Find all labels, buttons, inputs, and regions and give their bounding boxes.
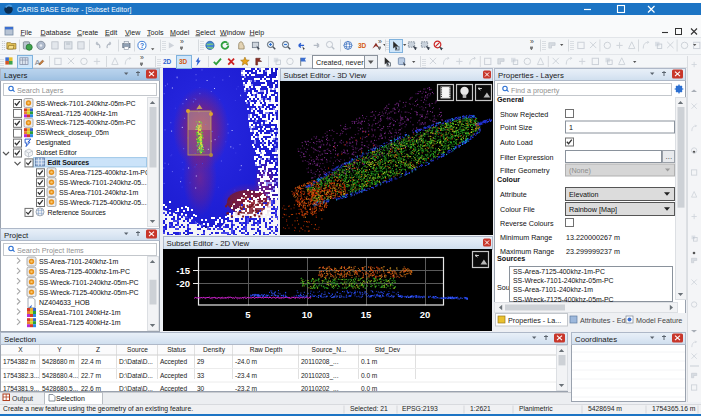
svg-text:Create a new feature using the: Create a new feature using the geometry … [3,405,193,413]
svg-text:X: X [18,346,23,353]
svg-text:Elevation: Elevation [569,190,599,199]
svg-text:SS-Wreck-7101-240khz-05m-PC: SS-Wreck-7101-240khz-05m-PC [36,100,136,107]
svg-text:D:\Data\D...: D:\Data\D... [119,372,153,379]
svg-text:-24.0 m: -24.0 m [235,358,258,365]
svg-text:SS-Wreck-7101-240khz-05m-PC: SS-Wreck-7101-240khz-05m-PC [513,277,614,284]
svg-text:SS-Wreck-7125-400khz-05m-PC: SS-Wreck-7125-400khz-05m-PC [39,289,139,296]
svg-text:20110203_...: 20110203_... [301,372,339,380]
svg-text:0.0 m: 0.0 m [361,385,378,392]
svg-text:20: 20 [420,309,431,320]
svg-text:SSArea1-7101 240kHz-1m: SSArea1-7101 240kHz-1m [39,309,121,316]
svg-text:Colour: Colour [497,175,520,184]
svg-text:30: 30 [197,385,205,392]
svg-text:Attributes - Edi...: Attributes - Edi... [580,316,633,325]
svg-text:Selection: Selection [4,335,36,344]
svg-text:Auto Load: Auto Load [500,138,533,147]
svg-text:SS-Area-7125-400khz-1m-PC: SS-Area-7125-400khz-1m-PC [513,268,605,275]
svg-text:Filter Expression: Filter Expression [500,153,554,162]
svg-text:23.299999237 m: 23.299999237 m [566,247,620,256]
svg-text:A: A [34,58,40,67]
svg-text:15: 15 [361,309,372,320]
svg-text:5428680 m: 5428680 m [42,358,75,365]
svg-text:33: 33 [197,372,205,379]
svg-text:-23.2 m: -23.2 m [235,385,258,392]
svg-text:SSWreck_closeup_05m: SSWreck_closeup_05m [36,129,109,137]
svg-text:Minimum Range: Minimum Range [500,233,552,242]
svg-text:0.1 m: 0.1 m [361,358,378,365]
svg-text:Created, never: Created, never [316,58,364,67]
svg-text:-23.4 m: -23.4 m [235,372,258,379]
svg-text:SS-Area-7101-240khz-1m: SS-Area-7101-240khz-1m [39,258,118,265]
svg-text:Status: Status [167,346,186,353]
svg-text:Show Rejected: Show Rejected [500,110,548,119]
svg-text:1754381.9...: 1754381.9... [3,385,39,392]
svg-text:1:2621: 1:2621 [470,405,491,412]
svg-text:29: 29 [197,358,205,365]
svg-text:SS-Wreck-7101-240khz-05...: SS-Wreck-7101-240khz-05... [59,179,147,186]
svg-text:Designated: Designated [36,139,71,147]
svg-text:22.6 m: 22.6 m [81,385,101,392]
svg-text:»: » [530,38,534,45]
svg-text:-15: -15 [176,265,190,276]
svg-text:General: General [497,95,524,104]
svg-text:-20: -20 [176,278,190,289]
svg-text:Sources: Sources [497,254,525,263]
svg-text:0.0 m: 0.0 m [361,372,378,379]
svg-text:D:\Data\D...: D:\Data\D... [119,385,153,392]
svg-text:File: File [21,29,32,37]
svg-text:?: ? [140,42,144,49]
svg-text:Attribute: Attribute [500,190,527,199]
svg-text:Colour File: Colour File [500,205,535,214]
svg-text:»: » [180,38,184,45]
svg-text:Model: Model [170,29,190,37]
svg-text:Window: Window [220,29,246,37]
svg-text:Z: Z [96,346,100,353]
svg-text:3D: 3D [179,58,188,65]
svg-text:3D: 3D [358,42,367,49]
svg-text:»: » [140,55,144,61]
svg-text:Density: Density [203,346,226,354]
svg-text:Point Size: Point Size [500,123,532,132]
svg-text:Coordinates: Coordinates [575,335,617,344]
svg-text:Accepted: Accepted [160,358,187,366]
svg-text:Source_N...: Source_N... [312,346,347,354]
svg-text:2D: 2D [163,58,172,65]
svg-text:1754365.16 m: 1754365.16 m [652,405,696,412]
svg-text:SS-Wreck-7125-400khz-05m-PC: SS-Wreck-7125-400khz-05m-PC [513,296,614,303]
svg-text:Edit: Edit [105,29,117,37]
svg-text:Properties - Layers: Properties - Layers [498,71,564,80]
svg-text:Search Layers: Search Layers [17,86,64,95]
svg-text:Selection: Selection [56,395,85,402]
svg-text:Std_Dev: Std_Dev [375,346,401,354]
svg-text:SSArea1-7125 400kHz-1m: SSArea1-7125 400kHz-1m [39,319,121,326]
svg-text:SSArea1-7125 400kHz-1m: SSArea1-7125 400kHz-1m [36,110,118,117]
svg-text:Subset Editor - 3D View: Subset Editor - 3D View [284,71,367,80]
svg-text:Rainbow [Map]: Rainbow [Map] [569,205,617,214]
svg-text:SS-Area-7101-240khz-1m: SS-Area-7101-240khz-1m [59,189,138,196]
svg-text:5428694 m: 5428694 m [588,405,622,412]
svg-text:10: 10 [302,309,313,320]
svg-text:Search Project Items: Search Project Items [17,246,84,255]
svg-text:1: 1 [569,123,573,132]
svg-text:Output: Output [12,395,33,403]
svg-text:Help: Help [250,29,265,37]
svg-text:Reference Sources: Reference Sources [48,209,107,216]
svg-text:1754382 m: 1754382 m [3,358,36,365]
svg-text:CARIS BASE Editor - [Subset Ed: CARIS BASE Editor - [Subset Editor] [17,6,132,14]
svg-text:Find a property: Find a property [511,86,560,95]
svg-text:1754382.3...: 1754382.3... [3,372,39,379]
svg-text:Selected: 21: Selected: 21 [350,405,388,412]
svg-text:Raw Depth: Raw Depth [250,346,283,354]
svg-text:22.7 m: 22.7 m [81,372,101,379]
svg-text:Planimetric: Planimetric [519,405,553,412]
svg-text:D:\Data\D...: D:\Data\D... [119,358,153,365]
svg-text:SS-Area-7101-240khz-1m: SS-Area-7101-240khz-1m [513,286,593,293]
svg-text:NZ404633_HOB: NZ404633_HOB [39,299,90,307]
svg-text:5428680.4...: 5428680.4... [42,372,78,379]
svg-text:EPSG:2193: EPSG:2193 [402,405,438,412]
svg-text:»: » [378,38,382,45]
svg-text:SS-Wreck-7101-240khz-05m-PC: SS-Wreck-7101-240khz-05m-PC [39,279,139,286]
svg-text:5428680.5...: 5428680.5... [42,385,78,392]
svg-text:Subset Editor - 2D View: Subset Editor - 2D View [167,239,250,248]
svg-text:...: ... [666,152,673,161]
